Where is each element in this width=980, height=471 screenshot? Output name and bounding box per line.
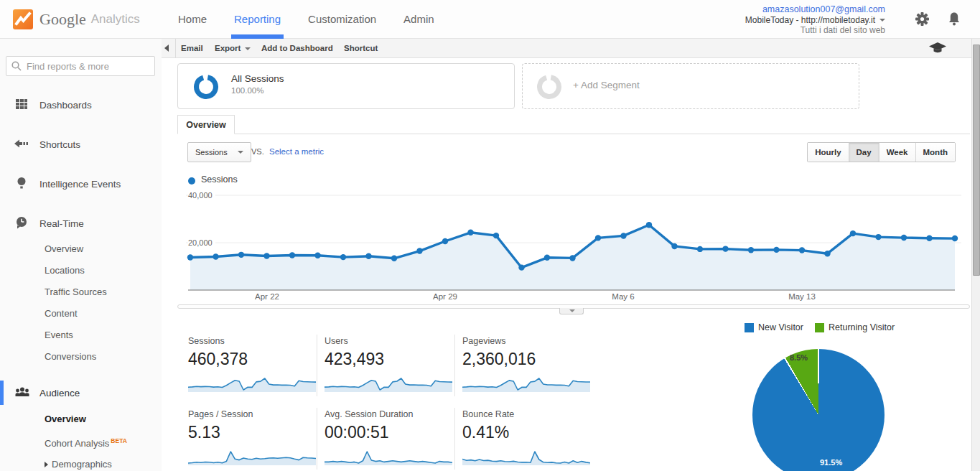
metric-divider	[454, 408, 455, 470]
toolbar-shortcut[interactable]: Shortcut	[344, 39, 378, 58]
sidebar-item-realtime-content[interactable]: Content	[45, 304, 78, 324]
account-view: Tutti i dati del sito web	[745, 25, 885, 36]
metric-pages-per-session[interactable]: Pages / Session 5.13	[188, 409, 317, 465]
metric-value: 00:00:51	[325, 423, 454, 442]
pie-slice-label-new: 91.5%	[820, 458, 842, 467]
account-property-text: MobileToday - http://mobiletoday.it	[745, 15, 875, 25]
sidebar-item-realtime-overview[interactable]: Overview	[45, 239, 83, 259]
granularity-week-button[interactable]: Week	[879, 143, 915, 162]
metric-bounce-rate[interactable]: Bounce Rate 0.41%	[462, 409, 592, 465]
settings-gear-icon[interactable]	[915, 11, 930, 27]
nav-home[interactable]: Home	[177, 0, 208, 39]
bounce-rate-sparkline	[462, 445, 590, 465]
x-axis-tick: Apr 22	[242, 292, 292, 301]
metric-label: Bounce Rate	[462, 409, 592, 421]
sessions-legend-dot	[188, 177, 195, 185]
granularity-month-button[interactable]: Month	[915, 143, 955, 162]
active-section-indicator	[0, 381, 4, 405]
nav-reporting[interactable]: Reporting	[233, 0, 282, 39]
sidebar-item-real-time[interactable]: Real-Time	[0, 213, 162, 233]
metric-avg-session-duration[interactable]: Avg. Session Duration 00:00:51	[325, 409, 454, 465]
education-cap-icon[interactable]	[928, 42, 947, 55]
logo-google-text: Google	[39, 10, 86, 29]
sidebar-item-demographics[interactable]: Demographics	[45, 454, 112, 471]
report-toolbar: Email Export Add to Dashboard Shortcut	[162, 39, 971, 58]
sidebar-item-audience[interactable]: Audience	[0, 381, 162, 405]
app-header: Google Analytics Home Reporting Customiz…	[0, 0, 980, 39]
metric-label: Sessions	[188, 336, 317, 348]
sidebar-item-realtime-events[interactable]: Events	[45, 325, 73, 345]
account-switcher[interactable]: amazasolution007@gmail.com MobileToday -…	[745, 4, 885, 36]
sidebar-item-intelligence-events[interactable]: Intelligence Events	[0, 174, 162, 194]
account-property[interactable]: MobileToday - http://mobiletoday.it	[745, 15, 885, 26]
metric-value: 0.41%	[462, 423, 592, 442]
avg-duration-sparkline	[325, 445, 452, 465]
x-axis-tick: Apr 29	[420, 292, 470, 301]
ga-logo[interactable]: Google Analytics	[13, 9, 140, 30]
search-input[interactable]	[6, 56, 155, 76]
toolbar-email[interactable]: Email	[181, 39, 203, 58]
cohort-label: Cohort Analysis	[45, 438, 109, 449]
sidebar-item-label: Intelligence Events	[39, 179, 121, 190]
sessions-line-chart[interactable]	[176, 190, 971, 293]
sidebar-collapse-button[interactable]	[164, 45, 169, 52]
audience-people-icon	[14, 386, 29, 400]
expand-triangle-icon	[45, 462, 48, 467]
visitor-type-pie-chart[interactable]	[752, 349, 885, 471]
sidebar-item-realtime-locations[interactable]: Locations	[45, 261, 85, 281]
report-search	[6, 56, 155, 76]
nav-admin[interactable]: Admin	[402, 0, 436, 39]
vertical-scrollbar-track[interactable]	[971, 39, 980, 471]
sidebar-item-dashboards[interactable]: Dashboards	[0, 95, 162, 115]
segment-percent: 100.00%	[231, 86, 263, 95]
notifications-bell-icon[interactable]	[947, 11, 961, 27]
metric-sessions[interactable]: Sessions 460,378	[188, 336, 317, 392]
users-sparkline	[325, 372, 452, 392]
logo-analytics-text: Analytics	[91, 12, 140, 27]
sidebar-item-realtime-traffic-sources[interactable]: Traffic Sources	[45, 282, 107, 302]
segment-all-sessions[interactable]: All Sessions 100.00%	[177, 63, 515, 109]
annotations-expand-button[interactable]	[559, 308, 584, 314]
metric-value: 5.13	[188, 423, 317, 442]
toolbar-export[interactable]: Export	[215, 39, 251, 58]
sidebar-item-audience-overview[interactable]: Overview	[45, 409, 86, 429]
sidebar-item-label: Real-Time	[39, 218, 84, 229]
toolbar-add-to-dashboard[interactable]: Add to Dashboard	[261, 39, 333, 58]
segment-title: All Sessions	[231, 73, 284, 84]
metric-selector-dropdown[interactable]: Sessions	[187, 142, 251, 162]
granularity-button-group: Hourly Day Week Month	[807, 142, 956, 162]
pageviews-sparkline	[462, 372, 590, 392]
sidebar-item-shortcuts[interactable]: Shortcuts	[0, 134, 162, 154]
sidebar-item-realtime-conversions[interactable]: Conversions	[45, 347, 96, 367]
account-email[interactable]: amazasolution007@gmail.com	[745, 4, 885, 15]
sidebar-item-cohort-analysis[interactable]: Cohort AnalysisBETA	[45, 431, 127, 451]
granularity-hourly-button[interactable]: Hourly	[808, 143, 848, 162]
returning-visitor-swatch	[815, 323, 824, 332]
metric-selector-value: Sessions	[195, 148, 228, 157]
legend-new-visitor[interactable]: New Visitor	[745, 322, 803, 332]
caret-down-icon	[238, 151, 243, 154]
intelligence-bulb-icon	[14, 177, 29, 192]
tab-divider-line	[177, 134, 970, 134]
toolbar-export-label: Export	[215, 44, 241, 52]
metric-value: 2,360,016	[462, 350, 592, 369]
legend-label: New Visitor	[758, 322, 803, 332]
vertical-scrollbar-thumb[interactable]	[973, 45, 980, 276]
select-a-metric-link[interactable]: Select a metric	[269, 147, 324, 156]
nav-customization[interactable]: Customization	[307, 0, 378, 39]
metric-pageviews[interactable]: Pageviews 2,360,016	[462, 336, 592, 392]
shortcuts-arrow-icon	[14, 139, 29, 150]
demographics-label: Demographics	[52, 459, 112, 470]
legend-returning-visitor[interactable]: Returning Visitor	[815, 322, 895, 332]
toolbar-divider	[175, 39, 176, 58]
sidebar-item-label: Dashboards	[39, 100, 92, 111]
caret-down-icon	[245, 47, 251, 50]
metric-users[interactable]: Users 423,493	[325, 336, 454, 392]
add-segment-button[interactable]: + Add Segment	[522, 63, 859, 109]
granularity-day-button[interactable]: Day	[849, 143, 879, 162]
pie-slice-label-returning: 8.5%	[790, 353, 808, 362]
sessions-legend-label: Sessions	[201, 174, 238, 185]
dashboards-grid-icon	[14, 98, 29, 113]
y-axis-tick: 40,000	[188, 191, 215, 200]
tab-overview[interactable]: Overview	[177, 115, 235, 134]
